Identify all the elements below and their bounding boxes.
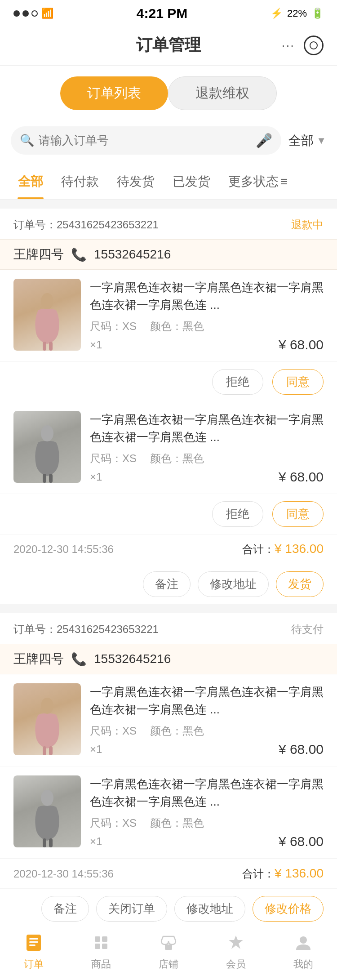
total-amount-2: ¥ 136.00 — [275, 866, 324, 880]
item-color-1a: 颜色：黑色 — [150, 319, 204, 334]
nav-item-store[interactable]: 店铺 — [157, 931, 180, 971]
nav-item-orders[interactable]: 订单 — [22, 931, 45, 971]
status-right: ⚡ 22% 🔋 — [270, 8, 324, 19]
item-count-price-1a: ×1 ¥ 68.00 — [90, 337, 324, 352]
item-image-1b — [13, 411, 81, 483]
item-count-2a: ×1 — [90, 743, 102, 756]
order-total-2: 合计：¥ 136.00 — [242, 866, 324, 881]
status-bar: 📶 4:21 PM ⚡ 22% 🔋 — [0, 0, 337, 25]
tab-pending-ship[interactable]: 待发货 — [108, 162, 164, 199]
signal-dot-2 — [22, 10, 29, 17]
svg-point-0 — [41, 293, 53, 309]
tab-more[interactable]: 更多状态 ≡ — [219, 162, 297, 199]
edit-address-button-1[interactable]: 修改地址 — [198, 571, 269, 597]
nav-item-products[interactable]: 商品 — [90, 931, 112, 971]
more-status-icon: ≡ — [280, 174, 288, 189]
signal-dots — [13, 10, 38, 17]
dress-svg-2a — [29, 697, 65, 755]
reject-button-1a[interactable]: 拒绝 — [212, 369, 263, 395]
item-attrs-1a: 尺码：XS 颜色：黑色 — [90, 319, 324, 334]
item-details-1b: 一字肩黑色连衣裙一字肩黑色连衣裙一字肩黑色连衣裙一字肩黑色连 ... 尺码：XS… — [90, 411, 324, 485]
order-header-1: 订单号：25431625423653221 退款中 — [0, 209, 337, 239]
nav-item-members[interactable]: 会员 — [225, 931, 247, 971]
agree-button-1a[interactable]: 同意 — [272, 369, 324, 395]
edit-address-button-2[interactable]: 修改地址 — [174, 896, 245, 922]
order-status-2: 待支付 — [291, 622, 324, 637]
scan-button[interactable] — [304, 36, 324, 55]
wifi-icon: 📶 — [41, 8, 53, 19]
nav-label-store: 店铺 — [159, 958, 178, 971]
order-number-2: 订单号：25431625423653221 — [13, 622, 159, 637]
order-item-2b: 一字肩黑色连衣裙一字肩黑色连衣裙一字肩黑色连衣裙一字肩黑色连 ... 尺码：XS… — [0, 766, 337, 859]
svg-rect-2 — [49, 342, 53, 351]
item-title-1b: 一字肩黑色连衣裙一字肩黑色连衣裙一字肩黑色连衣裙一字肩黑色连 ... — [90, 411, 324, 446]
status-time: 4:21 PM — [137, 6, 187, 21]
more-status-label: 更多状态 — [228, 173, 279, 190]
remark-button-2[interactable]: 备注 — [41, 896, 89, 922]
orders-icon — [22, 931, 45, 954]
tab-order-list[interactable]: 订单列表 — [60, 76, 168, 110]
order-card-1: 订单号：25431625423653221 退款中 王牌四号 📞 1553264… — [0, 209, 337, 604]
signal-dot-3 — [31, 10, 38, 17]
svg-rect-13 — [29, 938, 38, 940]
agree-button-1b[interactable]: 同意 — [272, 501, 324, 527]
battery-icon: 🔋 — [311, 8, 324, 19]
ship-button-1[interactable]: 发货 — [276, 571, 324, 597]
order-card-2: 订单号：25431625423653221 待支付 王牌四号 📞 1553264… — [0, 613, 337, 962]
close-order-button-2[interactable]: 关闭订单 — [96, 896, 167, 922]
order-status-1: 退款中 — [291, 218, 324, 232]
scan-inner-circle — [310, 41, 318, 49]
order-datetime-2: 2020-12-30 14:55:36 — [13, 868, 114, 880]
search-input[interactable] — [39, 134, 251, 147]
item-actions-1b: 拒绝 同意 — [0, 494, 337, 534]
order-header-2: 订单号：25431625423653221 待支付 — [0, 613, 337, 644]
tab-shipped[interactable]: 已发货 — [164, 162, 219, 199]
nav-label-products: 商品 — [91, 958, 111, 971]
item-color-1b: 颜色：黑色 — [150, 451, 204, 466]
item-size-1a: 尺码：XS — [90, 319, 137, 334]
svg-rect-10 — [43, 838, 46, 847]
store-phone-1: 15532645216 — [94, 247, 171, 262]
item-count-1a: ×1 — [90, 339, 102, 351]
nav-item-mine[interactable]: 我的 — [292, 931, 315, 971]
svg-rect-14 — [29, 941, 38, 943]
item-count-1b: ×1 — [90, 471, 102, 483]
item-attrs-2b: 尺码：XS 颜色：黑色 — [90, 816, 324, 830]
order-item-1a: 一字肩黑色连衣裙一字肩黑色连衣裙一字肩黑色连衣裙一字肩黑色连 ... 尺码：XS… — [0, 270, 337, 362]
total-amount-1: ¥ 136.00 — [275, 542, 324, 556]
item-size-1b: 尺码：XS — [90, 451, 137, 466]
item-color-2a: 颜色：黑色 — [150, 724, 204, 738]
filter-button[interactable]: 全部 ▼ — [288, 132, 326, 149]
item-price-1b: ¥ 68.00 — [279, 469, 324, 485]
svg-rect-18 — [95, 944, 100, 949]
remark-button-1[interactable]: 备注 — [143, 571, 191, 597]
search-input-wrap: 🔍 🎤 — [11, 126, 281, 155]
item-count-price-1b: ×1 ¥ 68.00 — [90, 469, 324, 485]
products-icon — [90, 931, 112, 954]
tab-pending-payment[interactable]: 待付款 — [52, 162, 108, 199]
order-item-1b: 一字肩黑色连衣裙一字肩黑色连衣裙一字肩黑色连衣裙一字肩黑色连 ... 尺码：XS… — [0, 402, 337, 494]
edit-price-button-2[interactable]: 修改价格 — [253, 896, 324, 922]
page-title: 订单管理 — [136, 34, 201, 56]
more-icon[interactable]: ··· — [282, 38, 295, 53]
dress-svg-1a — [29, 292, 65, 351]
store-name-2: 王牌四号 — [13, 650, 64, 668]
members-icon — [225, 931, 247, 954]
store-row-2: 王牌四号 📞 15532645216 — [0, 644, 337, 674]
svg-rect-1 — [43, 342, 46, 351]
mine-icon — [292, 931, 315, 954]
status-left: 📶 — [13, 8, 53, 19]
item-price-2b: ¥ 68.00 — [279, 834, 324, 849]
voice-icon[interactable]: 🎤 — [256, 133, 272, 148]
item-actions-1a: 拒绝 同意 — [0, 362, 337, 402]
nav-label-members: 会员 — [226, 958, 246, 971]
dress-svg-1b — [29, 424, 65, 483]
svg-rect-11 — [49, 838, 53, 847]
nav-label-orders: 订单 — [24, 958, 44, 971]
tab-all[interactable]: 全部 — [9, 162, 52, 199]
search-bar: 🔍 🎤 全部 ▼ — [0, 119, 337, 162]
tab-refund[interactable]: 退款维权 — [168, 76, 277, 110]
item-count-price-2b: ×1 ¥ 68.00 — [90, 834, 324, 849]
order-number-1: 订单号：25431625423653221 — [13, 218, 159, 232]
reject-button-1b[interactable]: 拒绝 — [212, 501, 263, 527]
